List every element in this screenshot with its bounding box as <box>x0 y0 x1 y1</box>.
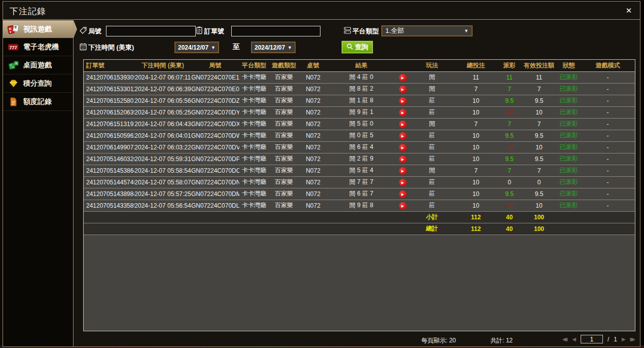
cell-round_no: GN07224C070DM <box>191 188 239 200</box>
cell-table_no: N072 <box>299 71 327 83</box>
subtotal-cell-valid_bet: 100 <box>521 211 557 223</box>
prev-page-icon[interactable]: ◀ <box>572 336 576 342</box>
cell-play_type: 閒 <box>410 165 454 176</box>
cell-platform: 卡卡灣廳 <box>239 130 269 141</box>
cell-result: 閒 5 莊 0 <box>327 118 396 130</box>
cell-valid_bet: 10 <box>521 200 557 211</box>
cell-round_no: GN07224C070DL <box>191 200 239 211</box>
table-header-row: 訂單號下注時間 (美東)局號平台類型遊戲類型桌號結果玩法總投注派彩有效投注額狀態… <box>84 60 635 71</box>
cell-game_type: 百家樂 <box>269 130 299 141</box>
platform-type-select[interactable]: 1.全部 ▼ <box>381 25 473 36</box>
sidebar-item-label: 桌面遊戲 <box>23 61 52 70</box>
cell-total_bet: 10 <box>454 188 497 200</box>
cell-play_type: 閒 <box>410 71 454 83</box>
cell-result: 閒 6 莊 4 <box>327 141 396 153</box>
replay-play-icon[interactable]: ▶ <box>399 202 407 210</box>
cell-platform: 卡卡灣廳 <box>239 153 269 165</box>
date-to-picker[interactable]: 2024/12/07 ▼ <box>251 42 296 53</box>
replay-play-icon[interactable]: ▶ <box>399 121 407 128</box>
cell-result: 閒 2 莊 9 <box>327 153 396 165</box>
query-button[interactable]: 查詢 <box>342 41 373 53</box>
cell-valid_bet: 7 <box>521 118 557 130</box>
last-page-icon[interactable]: ▶▶ <box>630 336 635 342</box>
sidebar-item-table-games[interactable]: 桌面遊戲 <box>3 57 73 74</box>
column-header-game_mode: 遊戲模式 <box>581 60 635 71</box>
cell-order_no: 241207061539309 <box>84 71 134 83</box>
subtotal-cell-replay <box>396 211 410 223</box>
cell-result: 閒 1 莊 8 <box>327 95 396 106</box>
cell-platform: 卡卡灣廳 <box>239 165 269 176</box>
cell-order_no: 241207061533011 <box>84 83 134 95</box>
column-header-payout: 派彩 <box>497 60 521 71</box>
cell-payout: -10 <box>497 200 521 211</box>
page-number-input[interactable]: 1 <box>581 335 603 343</box>
date-from-picker[interactable]: 2024/12/07 ▼ <box>174 42 219 53</box>
subtotal-cell-game_type <box>269 211 299 223</box>
cell-payout: -10 <box>497 141 521 153</box>
replay-play-icon[interactable]: ▶ <box>399 74 407 82</box>
cell-payout: 11 <box>497 71 521 83</box>
column-header-round_no: 局號 <box>191 60 239 71</box>
cell-replay: ▶ <box>396 200 410 211</box>
replay-play-icon[interactable]: ▶ <box>399 109 407 117</box>
cell-play_type: 閒 <box>410 83 454 95</box>
replay-play-icon[interactable]: ▶ <box>399 179 407 186</box>
total-cell-order_no <box>84 223 134 235</box>
cell-result: 閒 6 莊 7 <box>327 188 396 200</box>
order-number-label: 訂單號 <box>204 27 224 36</box>
page-total: 1 <box>614 336 617 343</box>
date-from-value: 2024/12/07 <box>178 44 208 51</box>
cell-replay: ▶ <box>396 141 410 153</box>
cell-platform: 卡卡灣廳 <box>239 188 269 200</box>
cell-replay: ▶ <box>396 165 410 176</box>
cell-table_no: N072 <box>299 83 327 95</box>
column-header-platform: 平台類型 <box>239 60 269 71</box>
cell-payout: 0 <box>497 176 521 188</box>
total-cell-platform <box>239 223 269 235</box>
total-cell-bet_time <box>134 223 191 235</box>
cell-play_type: 莊 <box>410 130 454 141</box>
total-row: 總計11240100 <box>84 223 635 235</box>
close-icon[interactable]: ✕ <box>624 6 634 16</box>
next-page-icon[interactable]: ▶ <box>622 336 626 342</box>
subtotal-cell-total_bet: 112 <box>454 211 497 223</box>
cell-order_no: 241207061499073 <box>84 141 134 153</box>
replay-play-icon[interactable]: ▶ <box>399 190 407 198</box>
replay-play-icon[interactable]: ▶ <box>399 167 407 175</box>
cell-replay: ▶ <box>396 176 410 188</box>
sidebar-item-points[interactable]: 積分查詢 <box>3 75 73 93</box>
round-number-input[interactable] <box>106 26 196 36</box>
cell-replay: ▶ <box>396 71 410 83</box>
cell-game_type: 百家樂 <box>269 106 299 118</box>
table-row: 2412070514457462024-12-07 05:58:07GN0722… <box>84 176 635 188</box>
cell-order_no: 241207061505962 <box>84 130 134 141</box>
replay-play-icon[interactable]: ▶ <box>399 132 407 140</box>
subtotal-cell-payout: 40 <box>497 211 521 223</box>
replay-play-icon[interactable]: ▶ <box>399 156 407 163</box>
replay-play-icon[interactable]: ▶ <box>399 97 407 105</box>
cell-total_bet: 10 <box>454 141 497 153</box>
column-header-bet_time: 下注時間 (美東) <box>134 60 191 71</box>
first-page-icon[interactable]: ◀◀ <box>562 336 567 342</box>
cell-game_mode: - <box>581 188 635 200</box>
sidebar-item-video-games[interactable]: K ♥ 9 視訊遊戲 <box>3 20 77 38</box>
table-row: 2412070514603202024-12-07 05:59:31GN0722… <box>84 153 635 165</box>
table-row: 2412070615258012024-12-07 06:05:56GN0722… <box>84 95 635 106</box>
replay-play-icon[interactable]: ▶ <box>399 86 407 93</box>
table-row: 2412070615393092024-12-07 06:07:11GN0722… <box>84 71 635 83</box>
order-number-input[interactable] <box>231 26 320 36</box>
cell-total_bet: 10 <box>454 130 497 141</box>
total-cell-game_mode <box>581 223 635 235</box>
platform-type-label: 平台類型 <box>352 27 379 36</box>
column-header-game_type: 遊戲類型 <box>269 60 299 71</box>
replay-play-icon[interactable]: ▶ <box>399 144 407 151</box>
filter-panel: 局號 訂單號 平台類型 1.全部 ▼ <box>74 20 640 60</box>
sidebar-item-slots[interactable]: 777 電子老虎機 <box>3 38 73 56</box>
clipboard-icon <box>195 26 203 36</box>
cell-bet_time: 2024-12-07 06:04:01 <box>134 130 191 141</box>
cell-round_no: GN07224C070E1 <box>191 71 239 83</box>
column-header-valid_bet: 有效投注額 <box>521 60 557 71</box>
sidebar-item-credit-records[interactable]: 額度記錄 <box>3 93 73 111</box>
sidebar-item-label: 積分查詢 <box>23 79 52 88</box>
column-header-play_type: 玩法 <box>410 60 454 71</box>
